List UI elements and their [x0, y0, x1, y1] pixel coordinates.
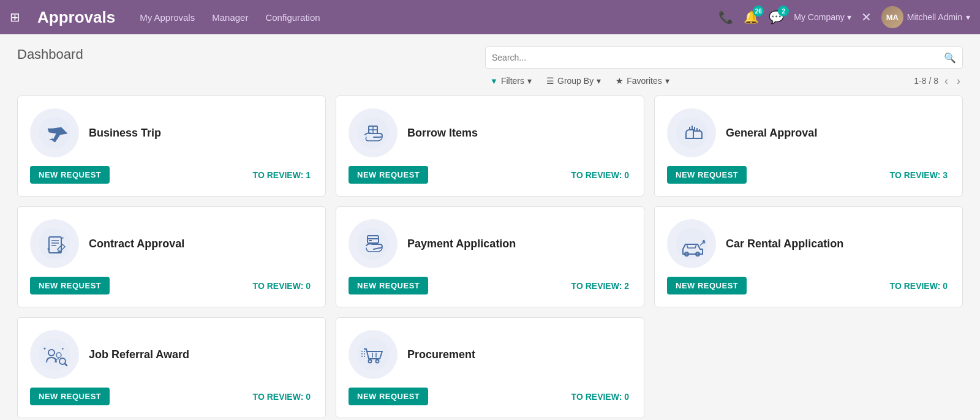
card-job-referral: ✦ ✦ Job Referral Award NEW REQUEST TO RE… — [17, 317, 326, 418]
card-payment-application: Payment Application NEW REQUEST TO REVIE… — [336, 206, 644, 307]
nav-my-approvals[interactable]: My Approvals — [140, 12, 195, 23]
group-by-icon: ☰ — [546, 76, 554, 86]
payment-application-new-request[interactable]: NEW REQUEST — [349, 277, 428, 294]
close-icon[interactable]: ✕ — [861, 10, 872, 24]
general-approval-to-review: TO REVIEW: 3 — [890, 170, 948, 180]
borrow-items-new-request[interactable]: NEW REQUEST — [349, 166, 428, 184]
card-contract-approval: ✦ ✦ Contract Approval NEW REQUEST TO REV… — [17, 206, 326, 307]
search-icon: 🔍 — [944, 52, 956, 64]
svg-text:✦: ✦ — [47, 247, 50, 251]
filters-button[interactable]: ▼ Filters ▾ — [485, 73, 537, 88]
job-referral-new-request[interactable]: NEW REQUEST — [30, 388, 110, 405]
svg-point-5 — [676, 117, 707, 149]
phone-icon[interactable]: 📞 — [718, 10, 734, 24]
nav-links: My Approvals Manager Configuration — [140, 12, 704, 23]
next-page-button[interactable]: › — [954, 75, 963, 88]
payment-application-to-review: TO REVIEW: 2 — [571, 281, 629, 291]
borrow-items-title: Borrow Items — [407, 127, 478, 140]
payment-application-title: Payment Application — [407, 238, 516, 250]
filter-left: ▼ Filters ▾ ☰ Group By ▾ ★ Favorites ▾ — [485, 73, 674, 88]
procurement-to-review: TO REVIEW: 0 — [571, 392, 629, 402]
activity-badge: 26 — [753, 6, 764, 17]
contract-approval-new-request[interactable]: NEW REQUEST — [30, 277, 110, 294]
user-menu[interactable]: MA Mitchell Admin ▾ — [881, 6, 970, 28]
contract-approval-icon: ✦ ✦ — [30, 219, 79, 268]
svg-rect-17 — [369, 240, 372, 241]
card-general-approval: General Approval NEW REQUEST TO REVIEW: … — [654, 96, 963, 197]
business-trip-title: Business Trip — [89, 127, 161, 140]
pagination: 1-8 / 8 ‹ › — [914, 75, 963, 88]
main-content: Dashboard 🔍 ▼ Filters ▾ ☰ Group By ▾ — [0, 34, 980, 420]
message-badge: 2 — [778, 6, 789, 17]
message-notification-btn[interactable]: 💬2 — [769, 10, 784, 24]
procurement-title: Procurement — [407, 348, 475, 361]
business-trip-icon — [30, 108, 79, 157]
top-navigation: ⊞ Approvals My Approvals Manager Configu… — [0, 0, 980, 34]
svg-text:✦: ✦ — [61, 347, 64, 351]
job-referral-icon: ✦ ✦ — [30, 330, 79, 379]
filter-icon: ▼ — [490, 77, 498, 86]
page-title: Dashboard — [17, 47, 83, 62]
company-selector[interactable]: My Company ▾ — [794, 12, 851, 22]
svg-point-6 — [39, 228, 70, 260]
card-car-rental: Car Rental Application NEW REQUEST TO RE… — [654, 206, 963, 307]
card-business-trip: Business Trip NEW REQUEST TO REVIEW: 1 — [17, 96, 326, 197]
search-input[interactable] — [492, 53, 944, 62]
card-procurement: Procurement NEW REQUEST TO REVIEW: 0 — [336, 317, 644, 418]
general-approval-title: General Approval — [726, 127, 817, 140]
svg-text:✦: ✦ — [61, 236, 64, 240]
payment-application-icon — [349, 219, 398, 268]
business-trip-to-review: TO REVIEW: 1 — [253, 170, 311, 180]
svg-point-29 — [357, 339, 389, 370]
svg-text:✦: ✦ — [43, 347, 47, 351]
car-rental-to-review: TO REVIEW: 0 — [890, 281, 948, 291]
favorites-button[interactable]: ★ Favorites ▾ — [611, 73, 674, 88]
search-area: 🔍 ▼ Filters ▾ ☰ Group By ▾ ★ Favorites ▾ — [485, 47, 963, 88]
general-approval-new-request[interactable]: NEW REQUEST — [667, 166, 747, 184]
car-rental-title: Car Rental Application — [726, 238, 843, 250]
job-referral-title: Job Referral Award — [89, 348, 189, 361]
card-borrow-items: Borrow Items NEW REQUEST TO REVIEW: 0 — [336, 96, 644, 197]
prev-page-button[interactable]: ‹ — [942, 75, 951, 88]
grid-icon[interactable]: ⊞ — [10, 10, 20, 24]
nav-manager[interactable]: Manager — [212, 12, 248, 23]
borrow-items-icon — [349, 108, 398, 157]
business-trip-new-request[interactable]: NEW REQUEST — [30, 166, 110, 184]
topnav-right: 📞 🔔26 💬2 My Company ▾ ✕ MA Mitchell Admi… — [718, 6, 970, 28]
star-icon: ★ — [616, 76, 624, 86]
cards-grid: Business Trip NEW REQUEST TO REVIEW: 1 — [17, 96, 963, 418]
car-rental-icon — [667, 219, 716, 268]
avatar: MA — [881, 6, 903, 28]
car-rental-new-request[interactable]: NEW REQUEST — [667, 277, 747, 294]
contract-approval-title: Contract Approval — [89, 238, 184, 250]
procurement-icon — [349, 330, 398, 379]
group-by-button[interactable]: ☰ Group By ▾ — [541, 73, 606, 88]
header-row: Dashboard 🔍 ▼ Filters ▾ ☰ Group By ▾ — [17, 47, 963, 88]
borrow-items-to-review: TO REVIEW: 0 — [571, 170, 629, 180]
filter-bar: ▼ Filters ▾ ☰ Group By ▾ ★ Favorites ▾ 1… — [485, 73, 963, 88]
nav-configuration[interactable]: Configuration — [265, 12, 320, 23]
activity-notification-btn[interactable]: 🔔26 — [744, 10, 759, 24]
app-title: Approvals — [37, 8, 115, 27]
general-approval-icon — [667, 108, 716, 157]
job-referral-to-review: TO REVIEW: 0 — [253, 392, 311, 402]
contract-approval-to-review: TO REVIEW: 0 — [253, 281, 311, 291]
procurement-new-request[interactable]: NEW REQUEST — [349, 388, 428, 405]
search-bar: 🔍 — [485, 47, 963, 69]
